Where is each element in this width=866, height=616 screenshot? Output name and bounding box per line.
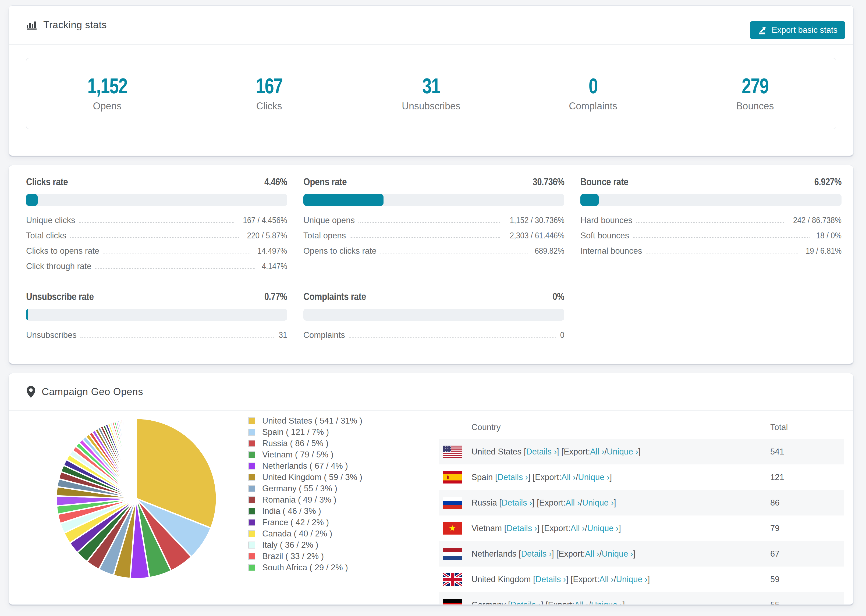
legend-label: United States ( 541 / 31% ) [262, 416, 362, 426]
stat-clicks-value: 167 [256, 75, 282, 97]
rates-card: Clicks rate 4.46% Unique clicks167 / 4.4… [9, 165, 853, 364]
export-unique-link[interactable]: Unique › [578, 473, 609, 482]
table-row: Vietnam [Details ›] [Export: All › / Uni… [439, 515, 844, 541]
country-name: Vietnam [ [471, 523, 506, 533]
opens-rate-progressbar [303, 194, 565, 206]
opens-rate-title: Opens rate [303, 176, 347, 188]
separator-text: / [604, 447, 607, 457]
rate-row: Hard bounces242 / 86.738% [580, 216, 842, 225]
separator-text: / [580, 498, 582, 508]
details-link[interactable]: Details › [502, 498, 532, 508]
legend-label: Vietnam ( 79 / 5% ) [262, 450, 334, 460]
pie-legend: United States ( 541 / 31% )Spain ( 121 /… [248, 415, 362, 573]
rate-row: Total clicks220 / 5.87% [26, 231, 287, 240]
legend-label: Brazil ( 33 / 2% ) [262, 552, 324, 561]
table-row: Germany [Details ›] [Export: All › / Uni… [439, 592, 844, 605]
complaints-rate-title: Complaints rate [303, 291, 366, 302]
table-row: United Kingdom [Details ›] [Export: All … [439, 567, 844, 592]
clicks-rate-section: Clicks rate 4.46% Unique clicks167 / 4.4… [26, 176, 287, 277]
country-name: United Kingdom [ [471, 575, 535, 584]
export-all-link[interactable]: All › [570, 523, 585, 533]
legend-swatch [248, 542, 255, 548]
complaints-rate-section: Complaints rate 0% Complaints0 [303, 291, 565, 346]
opens-rate-section: Opens rate 30.736% Unique opens1,152 / 3… [303, 176, 565, 262]
opens-rate-value: 30.736% [532, 176, 564, 188]
legend-item: Germany ( 55 / 3% ) [248, 483, 362, 494]
rate-row: Opens to clicks rate689.82% [303, 247, 565, 255]
stat-complaints-value: 0 [589, 75, 598, 97]
bracket-text: ] [Export: [537, 523, 570, 533]
stat-unsubscribes: 31 Unsubscribes [350, 58, 512, 129]
export-icon [757, 25, 767, 35]
country-total: 541 [770, 447, 844, 457]
export-basic-stats-button[interactable]: Export basic stats [750, 21, 845, 39]
details-link[interactable]: Details › [535, 575, 566, 584]
export-unique-link[interactable]: Unique › [591, 600, 622, 605]
country-total: 67 [770, 549, 844, 559]
rate-row: Click through rate4.147% [26, 262, 287, 270]
stat-clicks-label: Clicks [256, 101, 282, 112]
unsubscribe-rate-progressbar [26, 309, 287, 321]
details-link[interactable]: Details › [506, 523, 537, 533]
legend-swatch [248, 553, 255, 560]
bounce-rate-value: 6.927% [814, 176, 842, 188]
bar-chart-icon [26, 19, 38, 31]
column-header-country: Country [439, 423, 770, 432]
export-unique-link[interactable]: Unique › [601, 549, 633, 559]
legend-swatch [248, 485, 255, 492]
geo-title: Campaign Geo Opens [42, 386, 143, 398]
clicks-rate-value: 4.46% [265, 176, 287, 188]
legend-item: Netherlands ( 67 / 4% ) [248, 460, 362, 472]
stat-unsubscribes-value: 31 [422, 75, 440, 97]
legend-item: India ( 46 / 3% ) [248, 506, 362, 517]
details-link[interactable]: Details › [498, 473, 528, 482]
export-unique-link[interactable]: Unique › [582, 498, 614, 508]
legend-item: Canada ( 40 / 2% ) [248, 528, 362, 539]
details-link[interactable]: Details › [526, 447, 557, 457]
bracket-text: ] [648, 575, 650, 584]
export-all-link[interactable]: All › [574, 600, 589, 605]
bounce-rate-section: Bounce rate 6.927% Hard bounces242 / 86.… [580, 176, 842, 262]
details-link[interactable]: Details › [510, 600, 541, 605]
legend-label: Netherlands ( 67 / 4% ) [262, 461, 348, 471]
tracking-stats-header: Tracking stats [9, 6, 853, 45]
legend-item: Brazil ( 33 / 2% ) [248, 551, 362, 562]
geo-opens-pie-chart[interactable] [50, 413, 222, 585]
bracket-text: ] [Export: [557, 447, 590, 457]
bracket-text: ] [619, 523, 621, 533]
legend-item: United Kingdom ( 59 / 3% ) [248, 472, 362, 483]
details-link[interactable]: Details › [521, 549, 552, 559]
legend-label: United Kingdom ( 59 / 3% ) [262, 473, 362, 482]
export-unique-link[interactable]: Unique › [607, 447, 638, 457]
table-row: Russia [Details ›] [Export: All › / Uniq… [439, 490, 844, 515]
export-unique-link[interactable]: Unique › [616, 575, 648, 584]
export-all-link[interactable]: All › [600, 575, 614, 584]
legend-item: Vietnam ( 79 / 5% ) [248, 449, 362, 460]
bracket-text: ] [609, 473, 612, 482]
country-total: 121 [770, 473, 844, 482]
export-all-link[interactable]: All › [585, 549, 599, 559]
bracket-text: ] [Export: [541, 600, 574, 605]
tracking-stats-card: Tracking stats Export basic stats 1,152 … [9, 5, 853, 156]
export-all-link[interactable]: All › [590, 447, 604, 457]
complaints-rate-progressbar [303, 309, 565, 321]
geo-opens-table: Country Total United States [Details ›] … [439, 416, 844, 605]
export-unique-link[interactable]: Unique › [587, 523, 619, 533]
complaints-rate-value: 0% [553, 291, 564, 302]
column-header-total: Total [770, 423, 844, 432]
legend-swatch [248, 429, 255, 436]
bracket-text: ] [Export: [532, 498, 565, 508]
legend-label: Canada ( 40 / 2% ) [262, 529, 332, 539]
bracket-text: ] [623, 600, 625, 605]
page-title: Tracking stats [43, 19, 107, 31]
legend-label: Germany ( 55 / 3% ) [262, 484, 337, 493]
legend-swatch [248, 530, 255, 537]
export-all-link[interactable]: All › [565, 498, 580, 508]
legend-label: South Africa ( 29 / 2% ) [262, 563, 348, 572]
legend-item: Italy ( 36 / 2% ) [248, 539, 362, 551]
geo-header: Campaign Geo Opens [9, 373, 853, 411]
stat-complaints-label: Complaints [569, 101, 617, 112]
country-name: Spain [ [471, 473, 498, 482]
export-all-link[interactable]: All › [561, 473, 576, 482]
stat-opens-value: 1,152 [87, 75, 127, 97]
